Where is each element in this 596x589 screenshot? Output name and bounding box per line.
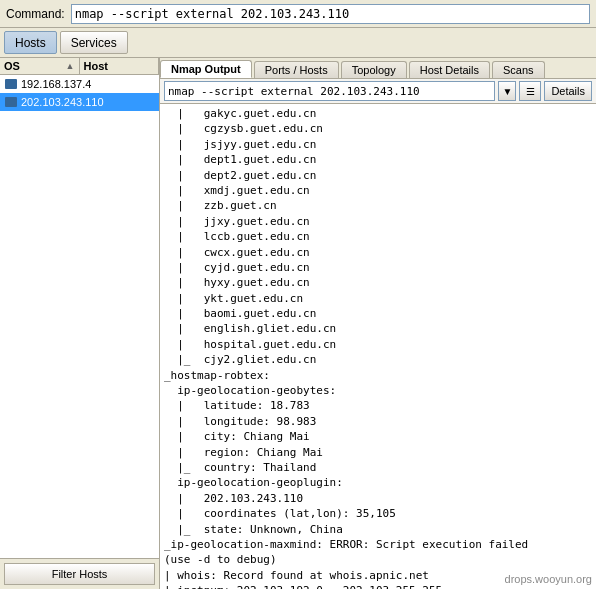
watermark: drops.wooyun.org (505, 573, 592, 585)
host-ip-2: 202.103.243.110 (21, 96, 104, 108)
hosts-button[interactable]: Hosts (4, 31, 57, 54)
host-icon (4, 77, 18, 91)
host-ip: 192.168.137.4 (21, 78, 91, 90)
tabs-bar: Nmap Output Ports / Hosts Topology Host … (160, 58, 596, 79)
host-column-header: Host (80, 58, 160, 74)
host-list: 192.168.137.4 202.103.243.110 (0, 75, 159, 558)
right-panel: Nmap Output Ports / Hosts Topology Host … (160, 58, 596, 589)
command-label: Command: (6, 7, 65, 21)
tab-scans[interactable]: Scans (492, 61, 545, 78)
os-column-header: OS ▲ (0, 58, 80, 74)
nmap-dropdown-button[interactable]: ▼ (498, 81, 516, 101)
command-bar: Command: (0, 0, 596, 28)
main-area: OS ▲ Host 192.168.137.4 202.103.243.110 (0, 58, 596, 589)
tab-nmap-output[interactable]: Nmap Output (160, 60, 252, 78)
services-button[interactable]: Services (60, 31, 128, 54)
nmap-command-input[interactable] (164, 81, 495, 101)
filter-bar: Filter Hosts (0, 558, 159, 589)
host-item[interactable]: 192.168.137.4 (0, 75, 159, 93)
host-item-selected[interactable]: 202.103.243.110 (0, 93, 159, 111)
toolbar: Hosts Services (0, 28, 596, 58)
left-panel: OS ▲ Host 192.168.137.4 202.103.243.110 (0, 58, 160, 589)
nmap-toolbar: ▼ ☰ Details (160, 79, 596, 104)
nmap-menu-button[interactable]: ☰ (519, 81, 541, 101)
host-icon-2 (4, 95, 18, 109)
monitor-icon (5, 79, 17, 89)
left-header: OS ▲ Host (0, 58, 159, 75)
tab-host-details[interactable]: Host Details (409, 61, 490, 78)
command-input[interactable] (71, 4, 590, 24)
monitor-icon-2 (5, 97, 17, 107)
tab-ports-hosts[interactable]: Ports / Hosts (254, 61, 339, 78)
details-button[interactable]: Details (544, 81, 592, 101)
filter-hosts-button[interactable]: Filter Hosts (4, 563, 155, 585)
os-sort-icon: ▲ (66, 61, 75, 71)
tab-topology[interactable]: Topology (341, 61, 407, 78)
output-area[interactable]: | gakyc.guet.edu.cn | cgzysb.guet.edu.cn… (160, 104, 596, 589)
